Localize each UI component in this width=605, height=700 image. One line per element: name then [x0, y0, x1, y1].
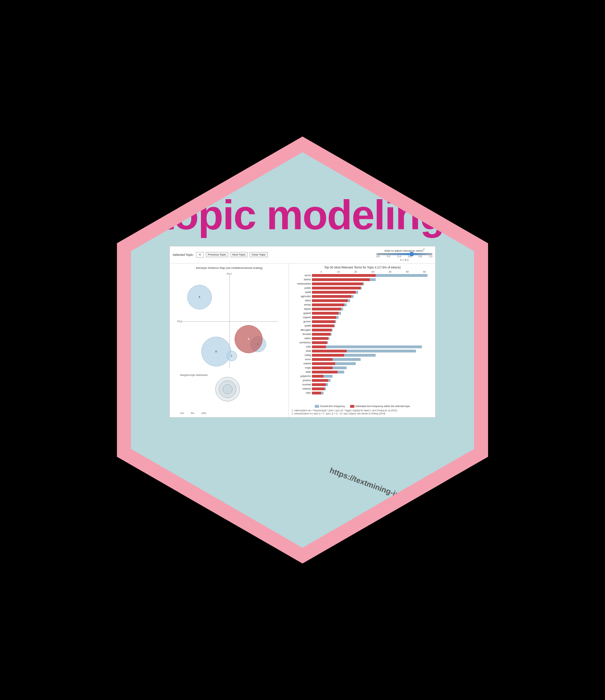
- bar-label: nation: [292, 337, 312, 340]
- bar-label: maharashtra: [292, 282, 312, 285]
- bubble-5[interactable]: 5: [201, 337, 231, 366]
- top-controls-bar: Selected Topic: Previous Topic Next Topi…: [170, 246, 435, 264]
- next-topic-button[interactable]: Next Topic: [230, 252, 248, 257]
- topic-input[interactable]: [196, 252, 204, 258]
- bar-label: agricultur: [292, 295, 312, 298]
- bar-red: [312, 362, 335, 365]
- bar-label: organis: [292, 316, 312, 318]
- bar-red: [312, 287, 361, 289]
- bar-red: [312, 282, 363, 285]
- bar-label: engis: [292, 366, 312, 369]
- bar-row: depart: [292, 307, 433, 311]
- bar-row: product: [292, 379, 433, 382]
- bar-label: market: [292, 362, 312, 365]
- bar-row: architectur: [292, 341, 433, 344]
- bar-label: district: [292, 278, 312, 281]
- bar-row: organis: [292, 316, 433, 319]
- bar-track: [312, 337, 433, 340]
- bar-row: market: [292, 362, 433, 365]
- legend-area: Overall term frequency Estimated term fr…: [292, 405, 433, 408]
- bar-row: dibrugarh: [292, 328, 433, 332]
- bar-label: gujarat: [292, 312, 312, 314]
- bar-track: [312, 374, 433, 378]
- bar-red: [312, 291, 356, 294]
- marginal-title: Marginal topic distribution: [180, 374, 278, 376]
- bar-track: [312, 345, 433, 349]
- bubble-4[interactable]: 4: [235, 325, 263, 353]
- footnotes: 1. saliency(term w) = frequency(w) * [su…: [292, 409, 433, 415]
- previous-topic-button[interactable]: Previous Topic: [206, 252, 228, 257]
- legend-red: Estimated term frequency within the sele…: [350, 405, 410, 408]
- x-axis: 0 10 20 30 40 50 60: [313, 271, 433, 273]
- bar-red: [312, 333, 331, 336]
- scatter-area: PC1 PC2 3 5 4 2 1: [177, 271, 282, 372]
- bar-label: effect: [292, 299, 312, 302]
- bar-red: [312, 383, 326, 386]
- red-legend-label: Estimated term frequency within the sele…: [355, 405, 410, 407]
- slider-thumb[interactable]: [410, 252, 413, 256]
- bar-row: network: [292, 387, 433, 391]
- bar-track: [312, 282, 433, 286]
- bar-red: [312, 303, 344, 306]
- bar-row: polytechn: [292, 374, 433, 378]
- bar-red: [312, 337, 328, 340]
- bar-red: [312, 375, 324, 378]
- bar-label: dibrugarh: [292, 329, 312, 331]
- bar-row: refer: [292, 391, 433, 395]
- bar-label: colleg: [292, 354, 312, 356]
- bubble-3[interactable]: 3: [187, 285, 212, 309]
- bar-red: [312, 358, 333, 361]
- lambda-label: λ = 0.1: [400, 258, 409, 261]
- footnote-1: 1. saliency(term w) = frequency(w) * [su…: [292, 409, 433, 412]
- bubble-1[interactable]: 1: [227, 351, 237, 361]
- bar-label: qualit: [292, 291, 312, 293]
- bar-chart-area: 0 10 20 30 40 50 60 servicdistrictmahara…: [292, 271, 433, 404]
- bar-row: nation: [292, 337, 433, 340]
- bar-row: maharashtra: [292, 282, 433, 286]
- bar-track: [312, 320, 433, 323]
- footnote-2: 2. relevance(term w | topic t) = λ * p(w…: [292, 412, 433, 415]
- bars-area: servicdistrictmaharashtrapublicqualitagr…: [292, 274, 433, 404]
- bar-red: [312, 295, 351, 298]
- bar-track: [312, 295, 433, 298]
- chart-title: Top-30 Most Relevant Terms for Topic 4 (…: [292, 266, 433, 269]
- bar-red: [312, 324, 334, 327]
- bar-label: polytechn: [292, 375, 312, 377]
- red-swatch: [350, 405, 354, 408]
- bar-row: qualifi: [292, 324, 433, 328]
- bar-track: [312, 332, 433, 336]
- slider-ticks: 0.0 0.2 0.4 0.6 0.8 1.0: [376, 255, 432, 258]
- bar-red: [312, 379, 328, 382]
- bar-row: gujarat: [292, 312, 433, 315]
- bar-label: sourc: [292, 358, 312, 360]
- bar-track: [312, 286, 433, 290]
- slider-track[interactable]: [376, 253, 432, 255]
- bar-row: effect: [292, 299, 433, 302]
- bar-red: [312, 312, 339, 315]
- bar-label: refer: [292, 392, 312, 394]
- bar-label: state: [292, 371, 312, 373]
- bar-row: state: [292, 370, 433, 374]
- bar-red: [312, 329, 332, 331]
- legend-blue: Overall term frequency: [315, 405, 345, 408]
- clear-topic-button[interactable]: Clear Topic: [250, 252, 268, 257]
- bar-red: [312, 392, 321, 394]
- bar-label: tinsukia: [292, 333, 312, 335]
- bar-row: critic: [292, 345, 433, 349]
- bar-track: [312, 383, 433, 386]
- bar-track: [312, 278, 433, 281]
- bar-track: [312, 349, 433, 353]
- marginal-section: Marginal topic distribution 2% 5% 10%: [180, 374, 278, 414]
- bar-label: govern: [292, 320, 312, 323]
- bar-red: [312, 354, 344, 357]
- slider-section: Slide to adjust relevance metric2 0.0 0.…: [376, 248, 432, 261]
- bar-track: [312, 391, 433, 395]
- bar-row: public: [292, 286, 433, 290]
- bar-label: entrep: [292, 303, 312, 306]
- bar-row: servic: [292, 274, 433, 277]
- bar-track: [312, 274, 433, 277]
- bar-red: [312, 345, 326, 348]
- bar-label: mumbai: [292, 383, 312, 386]
- bar-track: [312, 379, 433, 382]
- bar-track: [312, 307, 433, 311]
